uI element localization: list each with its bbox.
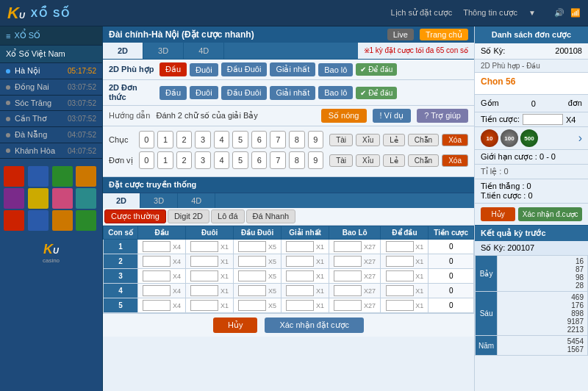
dau-cell-2[interactable]: X4 (138, 254, 186, 269)
trad-tab-2d[interactable]: 2D (103, 193, 140, 208)
donvi-3[interactable]: 3 (195, 151, 211, 169)
sub-tab-loda[interactable]: Lô đá (211, 209, 245, 223)
thumb[interactable] (76, 210, 96, 231)
chuc-4[interactable]: 4 (214, 131, 230, 148)
donvi-6[interactable]: 6 (251, 151, 268, 169)
baolo-cell-4[interactable]: X27 (329, 284, 381, 298)
history-link[interactable]: Lịch sử đặt cược (391, 8, 453, 18)
dauduoi-input-5[interactable] (238, 300, 266, 311)
dedau-button-2[interactable]: ✔ Để đầu (356, 87, 397, 99)
sub-tab-cuocthuong[interactable]: Cược thường (104, 209, 166, 223)
baolo-input-2[interactable] (334, 256, 362, 267)
donvi-chan[interactable]: Chẵn (408, 154, 439, 167)
sidebar-item-khanhhoa[interactable]: Khánh Hòa 04:07:52 (0, 143, 102, 159)
sidebar-item-hanoi[interactable]: Hà Nội 05:17:52 (0, 63, 102, 79)
donvi-7[interactable]: 7 (270, 151, 286, 169)
giainhvat-input-2[interactable] (286, 256, 314, 267)
duoi-cell-2[interactable]: X1 (186, 254, 234, 269)
sub-tab-digit2d[interactable]: Digit 2D (168, 209, 209, 223)
baolo-input-4[interactable] (334, 285, 362, 296)
dau-input-1[interactable] (143, 241, 171, 252)
thumb[interactable] (4, 210, 24, 231)
dau-button-1[interactable]: Đầu (159, 62, 187, 76)
donvi-5[interactable]: 5 (232, 151, 248, 169)
chuc-le[interactable]: Lẻ (383, 134, 405, 146)
duoi-button-2[interactable]: Đuôi (190, 86, 218, 99)
coin-500[interactable]: 500 (520, 129, 538, 147)
baolo-input-1[interactable] (334, 241, 362, 252)
huy-button[interactable]: Hủy (213, 318, 257, 333)
thumb[interactable] (28, 188, 49, 209)
baolo-cell-5[interactable]: X27 (329, 298, 381, 313)
duoi-input-2[interactable] (190, 256, 218, 267)
so-nong-button[interactable]: Số nóng (321, 109, 367, 123)
dau-input-3[interactable] (143, 270, 171, 281)
chuc-7[interactable]: 7 (270, 131, 286, 148)
chuc-9[interactable]: 9 (308, 131, 324, 148)
dedau-button-1[interactable]: ✔ Để đầu (356, 63, 397, 76)
dau-cell-4[interactable]: X4 (138, 284, 186, 298)
chuc-2[interactable]: 2 (176, 131, 193, 148)
dedau-input-4[interactable] (386, 285, 414, 296)
dauduoi-input-2[interactable] (238, 256, 266, 267)
coin-100[interactable]: 100 (501, 129, 518, 147)
trangchu-badge[interactable]: Trang chủ (420, 29, 468, 40)
dau-cell-5[interactable]: X4 (138, 298, 186, 313)
donvi-xiu[interactable]: Xỉu (356, 154, 380, 167)
giainhvat-cell-4[interactable]: X1 (282, 284, 329, 298)
giainhvat-input-3[interactable] (286, 270, 314, 281)
dauduoi-cell-5[interactable]: X5 (234, 298, 282, 313)
giainhvat-button-1[interactable]: Giải nhất (270, 62, 315, 76)
thumb[interactable] (76, 166, 96, 187)
baolo-input-5[interactable] (334, 300, 362, 311)
thumb[interactable] (52, 188, 73, 209)
thumb[interactable] (4, 166, 24, 187)
baolo-cell-2[interactable]: X27 (329, 254, 381, 269)
chuc-xoa[interactable]: Xóa (442, 134, 468, 146)
dauduoi-input-3[interactable] (238, 270, 266, 281)
thumb[interactable] (28, 210, 49, 231)
chuc-8[interactable]: 8 (289, 131, 305, 148)
duoi-input-1[interactable] (190, 241, 218, 252)
duoi-input-3[interactable] (190, 270, 218, 281)
donvi-1[interactable]: 1 (157, 151, 173, 169)
tien-cuoc-input[interactable] (523, 114, 563, 125)
xacnhan-button[interactable]: Xác nhận đặt cược (265, 318, 364, 333)
tro-giup-button[interactable]: ? Trợ giúp (417, 109, 468, 123)
duoi-input-4[interactable] (190, 285, 218, 296)
thumb[interactable] (76, 188, 96, 209)
giainhvat-cell-2[interactable]: X1 (282, 254, 329, 269)
sidebar-item-danang[interactable]: Đà Nẵng 04:07:52 (0, 127, 102, 143)
dauduoi-input-1[interactable] (238, 241, 266, 252)
thumb[interactable] (52, 210, 73, 231)
dedau-cell-5[interactable]: X1 (381, 298, 429, 313)
chuc-chan[interactable]: Chẵn (408, 134, 439, 146)
arrow-right-icon[interactable]: › (578, 132, 582, 145)
thumb[interactable] (28, 166, 49, 187)
duoi-cell-1[interactable]: X1 (186, 240, 234, 254)
dauduoi-button-2[interactable]: Đầu Đuôi (221, 86, 268, 100)
dau-cell-3[interactable]: X4 (138, 269, 186, 284)
baolo-cell-1[interactable]: X27 (329, 240, 381, 254)
baolo-cell-3[interactable]: X27 (329, 269, 381, 284)
tiencu-link[interactable]: Thông tin cược (463, 8, 517, 18)
dedau-input-1[interactable] (386, 241, 414, 252)
donvi-le[interactable]: Lẻ (383, 154, 405, 167)
dedau-cell-3[interactable]: X1 (381, 269, 429, 284)
donvi-0[interactable]: 0 (139, 151, 155, 169)
giainhvat-input-5[interactable] (286, 300, 314, 311)
giainhvat-cell-1[interactable]: X1 (282, 240, 329, 254)
coin-10[interactable]: 10 (481, 129, 498, 147)
giainhvat-input-4[interactable] (286, 285, 314, 296)
baolo-button-2[interactable]: Bao lô (318, 86, 353, 99)
tab-3d[interactable]: 3D (143, 43, 184, 59)
chuc-3[interactable]: 3 (195, 131, 211, 148)
duoi-input-5[interactable] (190, 300, 218, 311)
dau-button-2[interactable]: Đầu (159, 86, 187, 100)
dedau-input-3[interactable] (386, 270, 414, 281)
sound-icon[interactable]: 🔊 (554, 8, 564, 18)
chuc-5[interactable]: 5 (232, 131, 248, 148)
donvi-4[interactable]: 4 (214, 151, 230, 169)
duoi-button-1[interactable]: Đuôi (190, 63, 218, 76)
dau-input-2[interactable] (143, 256, 171, 267)
